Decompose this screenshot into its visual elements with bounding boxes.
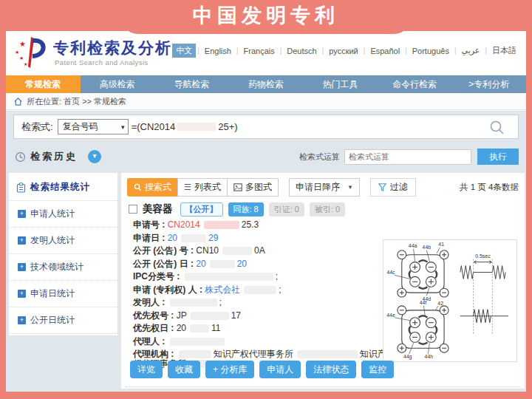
field-value: JP [177, 310, 187, 321]
separator: | [322, 47, 324, 55]
lang-item-8[interactable]: 日本語 [488, 44, 520, 58]
nav-tab-1[interactable]: 高级检索 [81, 75, 155, 93]
search-expression[interactable]: =(CN2014 25+) [132, 121, 238, 132]
view-grid-mode-button[interactable]: 多图式 [227, 178, 279, 197]
field-value: 20 [237, 259, 247, 269]
stats-sidebar-items: +申请人统计+发明人统计+技术领域统计+申请日统计+公开日统计 [9, 201, 117, 334]
lang-item-5[interactable]: Español [366, 45, 403, 57]
result-item: 美容器 【公开】 同族: 8 引证: 0 被引: 0 申请号 : CN20142… [129, 201, 520, 386]
expression-op-label: 检索式运算 [299, 151, 340, 163]
action-button-3[interactable]: 申请人 [259, 361, 301, 378]
page: ★ ★ ★ ★ 专利检索及分析 Patent Search and Analys… [6, 31, 526, 392]
redacted-text [244, 286, 276, 294]
sidebar-item-3[interactable]: +申请日统计 [9, 281, 117, 307]
action-button-1[interactable]: 收藏 [168, 361, 200, 378]
home-icon[interactable] [13, 97, 23, 106]
results-panel: 搜索式 ☰ 列表式 多图式 申请日降序 ▼ [121, 173, 525, 389]
plus-icon: + [18, 236, 26, 245]
nav-tab-5[interactable]: 命令行检索 [378, 75, 452, 93]
family-badge[interactable]: 同族: 8 [228, 202, 264, 216]
field-row-0: 申请号 : CN201425.3 [133, 220, 393, 230]
image-icon [233, 183, 242, 191]
sidebar-item-2[interactable]: +技术领域统计 [9, 254, 117, 281]
field-row-6: 发明人 : ; [133, 298, 393, 307]
language-bar: 中文|English|Français|Deutsch|русский|Espa… [172, 44, 520, 58]
field-label: 申请 (专利权) 人 : [133, 284, 205, 295]
field-label: 代理机构 : [133, 349, 177, 359]
field-label: 优先权日 : [133, 323, 177, 333]
field-row-5: 申请 (专利权) 人 : 株式会社; [133, 285, 393, 295]
separator: | [485, 47, 487, 55]
figure-label: 44g [403, 354, 412, 360]
nav-tab-2[interactable]: 导航检索 [154, 75, 229, 93]
plus-icon: + [18, 316, 26, 324]
sidebar-item-4[interactable]: +公开日统计 [9, 307, 117, 334]
view-list-mode-button[interactable]: ☰ 列表式 [177, 178, 228, 197]
view-search-mode-button[interactable]: 搜索式 [127, 178, 178, 197]
field-label: 公开 (公告) 号 : [133, 245, 196, 256]
field-label: 优先权号 : [133, 310, 177, 321]
separator: | [364, 47, 366, 55]
stats-sidebar: 检索结果统计 +申请人统计+发明人统计+技术领域统计+申请日统计+公开日统计 [9, 173, 117, 335]
search-bar: 检索式: 复合号码 ▾ =(CN2014 25+) [13, 115, 519, 139]
action-button-0[interactable]: 详览 [130, 361, 163, 378]
redacted-text [297, 350, 358, 358]
field-row-4: IPC分类号 : ; [133, 272, 393, 282]
nav-tab-4[interactable]: 热门工具 [303, 75, 378, 93]
result-checkbox[interactable] [129, 205, 137, 214]
sidebar-item-label: 发明人统计 [30, 234, 75, 247]
lang-item-1[interactable]: English [201, 45, 235, 57]
action-button-4[interactable]: 法律状态 [306, 361, 356, 378]
chevron-down-icon: ▾ [121, 123, 125, 131]
separator: | [197, 47, 200, 55]
breadcrumb-text: 所在位置: 首页 >> 常规检索 [27, 93, 126, 110]
field-label: IPC分类号 : [133, 271, 183, 282]
sidebar-item-0[interactable]: +申请人统计 [9, 201, 117, 228]
search-type-select[interactable]: 复合号码 ▾ [58, 119, 129, 134]
field-label: 申请号 : [133, 219, 168, 230]
nav-tab-0[interactable]: 常规检索 [6, 75, 81, 93]
field-value[interactable]: 株式会社 [205, 284, 240, 295]
expression-op-input[interactable] [344, 149, 471, 165]
plus-icon: + [18, 210, 26, 218]
redacted-text [204, 221, 239, 229]
action-button-5[interactable]: 监控 [361, 361, 394, 378]
action-button-2[interactable]: + 分析库 [205, 361, 254, 378]
breadcrumb: 所在位置: 首页 >> 常规检索 [6, 93, 526, 110]
banner-title: 中国发明专利 [193, 4, 339, 27]
redacted-text [210, 260, 235, 268]
lang-item-4[interactable]: русский [325, 45, 361, 57]
separator: | [236, 47, 239, 55]
field-value: ; [219, 297, 222, 307]
svg-text:★: ★ [19, 55, 24, 61]
field-value: 11 [211, 323, 220, 333]
sidebar-item-label: 技术领域统计 [30, 261, 83, 273]
result-title[interactable]: 美容器 [143, 202, 173, 216]
status-badge[interactable]: 【公开】 [180, 202, 223, 216]
lang-item-3[interactable]: Deutsch [283, 45, 320, 57]
nav-tab-6[interactable]: >专利分析 [451, 75, 526, 93]
sort-select[interactable]: 申请日降序 ▼ [289, 178, 360, 197]
clipboard-icon [16, 183, 26, 193]
field-value: CN10 [196, 245, 219, 256]
nav-tab-3[interactable]: 药物检索 [229, 75, 304, 93]
lang-item-6[interactable]: Português [409, 45, 453, 57]
redacted-text [190, 324, 209, 332]
figure-label: 44b [423, 245, 432, 250]
lang-item-7[interactable]: عربي [458, 44, 484, 57]
magnifier-icon [134, 183, 142, 191]
search-type-value: 复合号码 [63, 120, 98, 133]
lang-item-0[interactable]: 中文 [172, 44, 196, 58]
search-icon[interactable] [489, 120, 505, 135]
plus-icon: + [18, 290, 26, 298]
stats-sidebar-header: 检索结果统计 [9, 173, 117, 201]
search-history-title: 检索历史 [30, 150, 78, 163]
field-value: 0A [254, 245, 265, 256]
search-history-row: 检索历史 ▾ 检索式运算 执行 [15, 146, 519, 167]
filter-button[interactable]: 过滤 [370, 178, 416, 197]
lang-item-2[interactable]: Français [240, 45, 279, 57]
sidebar-item-label: 申请日统计 [30, 287, 75, 300]
execute-button[interactable]: 执行 [477, 149, 519, 165]
sidebar-item-1[interactable]: +发明人统计 [9, 228, 117, 254]
expand-history-button[interactable]: ▾ [88, 150, 101, 163]
